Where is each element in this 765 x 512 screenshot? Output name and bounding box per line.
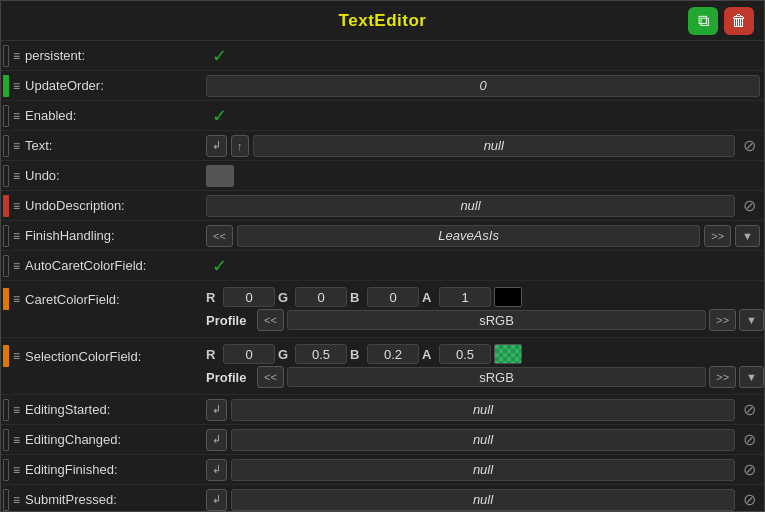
label-text-editing-started: EditingStarted: (25, 402, 110, 417)
arrow-btn-editing-finished[interactable]: ↲ (206, 459, 227, 481)
menu-icon-undo-desc: ≡ (13, 199, 20, 213)
null-btn-text[interactable]: ⊘ (739, 136, 760, 155)
menu-icon-enabled: ≡ (13, 109, 20, 123)
b-input-selection[interactable] (367, 344, 419, 364)
menu-icon-auto-caret: ≡ (13, 259, 20, 273)
g-label-caret: G (278, 290, 292, 305)
label-auto-caret: ≡ AutoCaretColorField: (1, 255, 206, 277)
corner-arrow-btn-text[interactable]: ↲ (206, 135, 227, 157)
menu-icon-editing-started: ≡ (13, 403, 20, 417)
label-persistent: ≡ persistent: (1, 45, 206, 67)
input-finish-handling[interactable] (237, 225, 700, 247)
window-title: TextEditor (339, 11, 427, 31)
label-text-update-order: UpdateOrder: (25, 78, 104, 93)
content-persistent: ✓ (206, 45, 764, 67)
b-label-caret: B (350, 290, 364, 305)
nav-left-finish[interactable]: << (206, 225, 233, 247)
properties-list: ≡ persistent: ✓ ≡ UpdateOrder: ≡ Enab (1, 41, 764, 511)
menu-icon-editing-changed: ≡ (13, 433, 20, 447)
row-finish-handling: ≡ FinishHandling: << >> ▼ (1, 221, 764, 251)
content-editing-finished: ↲ ⊘ (206, 459, 764, 481)
r-input-selection[interactable] (223, 344, 275, 364)
selection-profile-dropdown[interactable]: ▼ (739, 366, 764, 388)
arrow-btn-editing-changed[interactable]: ↲ (206, 429, 227, 451)
input-submit-pressed[interactable] (231, 489, 735, 511)
row-text: ≡ Text: ↲ ↑ ⊘ (1, 131, 764, 161)
row-editing-changed: ≡ EditingChanged: ↲ ⊘ (1, 425, 764, 455)
indicator-editing-changed (3, 429, 9, 451)
menu-icon-update-order: ≡ (13, 79, 20, 93)
label-editing-finished: ≡ EditingFinished: (1, 459, 206, 481)
caret-profile-dropdown[interactable]: ▼ (739, 309, 764, 331)
label-text-editing-finished: EditingFinished: (25, 462, 118, 477)
menu-icon-editing-finished: ≡ (13, 463, 20, 477)
input-editing-finished[interactable] (231, 459, 735, 481)
caret-profile-nav-right[interactable]: >> (709, 309, 736, 331)
label-text-submit-pressed: SubmitPressed: (25, 492, 117, 507)
null-btn-editing-started[interactable]: ⊘ (739, 400, 760, 419)
caret-profile-nav-left[interactable]: << (257, 309, 284, 331)
indicator-undo (3, 165, 9, 187)
indicator-text (3, 135, 9, 157)
label-text-selection-color: SelectionColorField: (25, 349, 141, 364)
content-finish-handling: << >> ▼ (206, 225, 764, 247)
label-editing-started: ≡ EditingStarted: (1, 399, 206, 421)
indicator-update-order (3, 75, 9, 97)
a-input-caret[interactable] (439, 287, 491, 307)
caret-color-swatch (494, 287, 522, 307)
copy-icon: ⧉ (698, 12, 709, 30)
nav-right-finish[interactable]: >> (704, 225, 731, 247)
a-label-selection: A (422, 347, 436, 362)
row-submit-pressed: ≡ SubmitPressed: ↲ ⊘ (1, 485, 764, 511)
input-editing-changed[interactable] (231, 429, 735, 451)
copy-button[interactable]: ⧉ (688, 7, 718, 35)
a-input-selection[interactable] (439, 344, 491, 364)
caret-profile-value: sRGB (287, 310, 706, 330)
content-editing-started: ↲ ⊘ (206, 399, 764, 421)
content-selection-color: R G B A Profile << sRGB >> (206, 341, 764, 391)
title-buttons: ⧉ 🗑 (688, 7, 754, 35)
content-text: ↲ ↑ ⊘ (206, 135, 764, 157)
null-btn-undo-desc[interactable]: ⊘ (739, 196, 760, 215)
selection-color-swatch (494, 344, 522, 364)
content-caret-color: R G B A Profile << sRGB >> (206, 284, 764, 334)
dropdown-finish[interactable]: ▼ (735, 225, 760, 247)
arrow-btn-editing-started[interactable]: ↲ (206, 399, 227, 421)
content-undo-desc: ⊘ (206, 195, 764, 217)
label-editing-changed: ≡ EditingChanged: (1, 429, 206, 451)
content-enabled: ✓ (206, 105, 764, 127)
selection-profile-nav-right[interactable]: >> (709, 366, 736, 388)
content-auto-caret: ✓ (206, 255, 764, 277)
indicator-finish-handling (3, 225, 9, 247)
checkbox-enabled[interactable]: ✓ (212, 105, 227, 127)
checkbox-auto-caret[interactable]: ✓ (212, 255, 227, 277)
row-editing-finished: ≡ EditingFinished: ↲ ⊘ (1, 455, 764, 485)
g-input-caret[interactable] (295, 287, 347, 307)
label-text-finish-handling: FinishHandling: (25, 228, 115, 243)
menu-icon-selection-color: ≡ (13, 349, 20, 363)
label-text: ≡ Text: (1, 135, 206, 157)
indicator-submit-pressed (3, 489, 9, 511)
input-text[interactable] (253, 135, 736, 157)
indicator-auto-caret (3, 255, 9, 277)
null-btn-editing-changed[interactable]: ⊘ (739, 430, 760, 449)
trash-icon: 🗑 (731, 12, 747, 30)
checkbox-persistent[interactable]: ✓ (212, 45, 227, 67)
label-text-undo: Undo: (25, 168, 60, 183)
b-input-caret[interactable] (367, 287, 419, 307)
arrow-btn-submit-pressed[interactable]: ↲ (206, 489, 227, 511)
indicator-undo-desc (3, 195, 9, 217)
input-editing-started[interactable] (231, 399, 735, 421)
indicator-editing-finished (3, 459, 9, 481)
label-caret-color: ≡ CaretColorField: (1, 284, 206, 310)
input-update-order[interactable] (206, 75, 760, 97)
selection-profile-nav-left[interactable]: << (257, 366, 284, 388)
menu-icon-caret-color: ≡ (13, 292, 20, 306)
g-input-selection[interactable] (295, 344, 347, 364)
up-arrow-btn-text[interactable]: ↑ (231, 135, 249, 157)
null-btn-editing-finished[interactable]: ⊘ (739, 460, 760, 479)
null-btn-submit-pressed[interactable]: ⊘ (739, 490, 760, 509)
r-input-caret[interactable] (223, 287, 275, 307)
input-undo-desc[interactable] (206, 195, 735, 217)
delete-button[interactable]: 🗑 (724, 7, 754, 35)
